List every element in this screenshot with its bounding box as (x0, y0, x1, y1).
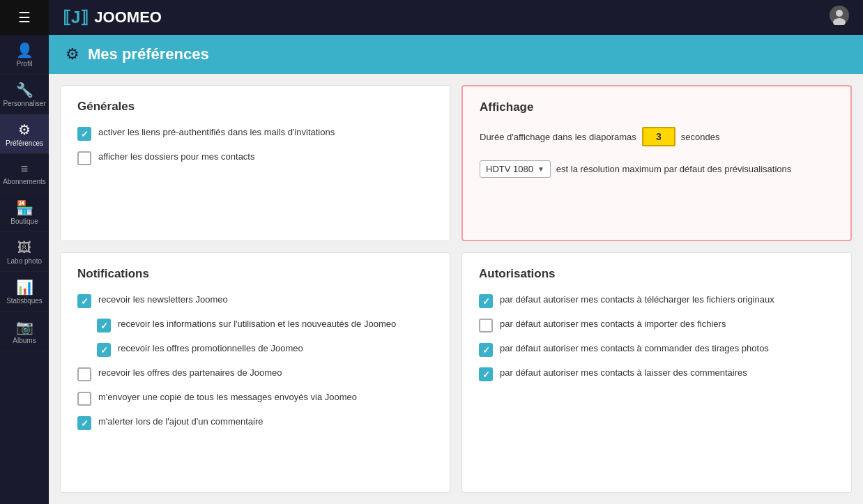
sidebar-label-personnaliser: Personnaliser (3, 100, 45, 108)
logo: ⟦J⟧ JOOMEO (63, 8, 162, 27)
sidebar-label-labo: Labo photo (7, 257, 42, 266)
topbar: ⟦J⟧ JOOMEO (49, 0, 863, 35)
logo-text: JOOMEO (94, 8, 162, 26)
sidebar-item-personnaliser[interactable]: 🔧 Personnaliser (0, 75, 49, 114)
label-cb1: activer les liens pré-authentifiés dans … (98, 126, 335, 139)
checkbox-row-n6: m'alerter lors de l'ajout d'un commentai… (77, 415, 433, 430)
wrench-icon: 🔧 (16, 83, 33, 97)
checkbox-n2[interactable] (97, 319, 111, 333)
hamburger-menu[interactable]: ☰ (0, 0, 49, 35)
sidebar-label-boutique: Boutique (10, 217, 38, 226)
abonnements-icon: ≡ (21, 162, 29, 175)
sidebar-label-albums: Albums (13, 337, 36, 345)
checkbox-a4[interactable] (479, 367, 493, 381)
sidebar-item-profil[interactable]: 👤 Profil (0, 35, 49, 75)
label-cb2: afficher les dossiers pour mes contacts (98, 151, 254, 163)
checkbox-row-n1: recevoir les newsletters Joomeo (77, 293, 433, 308)
autorisations-title: Autorisations (479, 267, 834, 281)
checkbox-n3[interactable] (97, 343, 111, 357)
checkbox-a2[interactable] (479, 319, 493, 333)
checkbox-row-a2: par défaut autoriser mes contacts à impo… (479, 318, 834, 333)
sidebar-item-labo[interactable]: 🖼 Labo photo (0, 232, 49, 272)
notifications-card: Notifications recevoir les newsletters J… (60, 252, 450, 493)
resolution-row: HDTV 1080 ▼ est la résolution maximum pa… (480, 160, 834, 178)
page-header-icon: ⚙ (66, 45, 79, 63)
notifications-title: Notifications (77, 267, 433, 281)
label-n6: m'alerter lors de l'ajout d'un commentai… (98, 415, 264, 428)
checkbox-row-n2: recevoir les informations sur l'utilisat… (97, 318, 433, 333)
main-area: ⟦J⟧ JOOMEO ⚙ Mes préférences Générales a… (49, 0, 863, 504)
albums-icon: 📷 (16, 320, 33, 334)
sidebar-item-albums[interactable]: 📷 Albums (0, 312, 49, 351)
generales-card: Générales activer les liens pré-authenti… (60, 85, 450, 241)
generales-title: Générales (77, 100, 433, 114)
checkbox-row-n3: recevoir les offres promotionnelles de J… (97, 342, 433, 357)
label-a4: par défaut autoriser mes contacts à lais… (500, 367, 747, 379)
content-grid: Générales activer les liens pré-authenti… (49, 74, 863, 504)
sidebar-item-boutique[interactable]: 🏪 Boutique (0, 192, 49, 232)
sidebar-label-abonnements: Abonnements (3, 178, 46, 186)
checkbox-n4[interactable] (77, 367, 91, 381)
logo-icon: ⟦J⟧ (63, 8, 89, 27)
checkbox-row-n4: recevoir les offres des partenaires de J… (77, 367, 433, 381)
duration-input[interactable] (642, 127, 675, 146)
duration-suffix: secondes (681, 132, 720, 142)
checkbox-n5[interactable] (77, 392, 91, 406)
checkbox-row-cb1: activer les liens pré-authentifiés dans … (77, 126, 433, 141)
resolution-value: HDTV 1080 (486, 164, 533, 174)
page-header: ⚙ Mes préférences (49, 35, 863, 74)
duration-row: Durée d'affichage dans les diaporamas se… (480, 127, 834, 146)
sidebar-label-profil: Profil (17, 60, 33, 68)
affichage-title: Affichage (480, 100, 834, 114)
label-n1: recevoir les newsletters Joomeo (98, 293, 228, 306)
label-n5: m'envoyer une copie de tous les messages… (98, 391, 357, 404)
dropdown-arrow-icon: ▼ (537, 165, 544, 173)
checkbox-cb1[interactable] (77, 127, 91, 141)
page-title: Mes préférences (88, 45, 209, 63)
sidebar-label-preferences: Préférences (6, 139, 43, 148)
label-n3: recevoir les offres promotionnelles de J… (118, 342, 303, 355)
autorisations-card: Autorisations par défaut autoriser mes c… (461, 252, 852, 493)
checkbox-row-a3: par défaut autoriser mes contacts à comm… (479, 342, 834, 357)
stats-icon: 📊 (16, 280, 33, 294)
checkbox-row-a1: par défaut autoriser mes contacts à télé… (479, 293, 834, 308)
label-a1: par défaut autoriser mes contacts à télé… (500, 293, 774, 306)
boutique-icon: 🏪 (16, 201, 33, 215)
checkbox-a3[interactable] (479, 343, 493, 357)
label-n2: recevoir les informations sur l'utilisat… (118, 318, 396, 330)
sidebar-item-statistiques[interactable]: 📊 Statistiques (0, 272, 49, 312)
checkbox-row-cb2: afficher les dossiers pour mes contacts (77, 151, 433, 165)
checkbox-n1[interactable] (77, 294, 91, 308)
sidebar: ☰ 👤 Profil 🔧 Personnaliser ⚙ Préférences… (0, 0, 49, 504)
labo-icon: 🖼 (17, 240, 31, 254)
resolution-dropdown[interactable]: HDTV 1080 ▼ (480, 160, 551, 178)
sidebar-label-statistiques: Statistiques (6, 297, 43, 305)
checkbox-a1[interactable] (479, 294, 493, 308)
profil-icon: 👤 (16, 43, 33, 57)
checkbox-n6[interactable] (77, 416, 91, 430)
svg-point-1 (836, 10, 843, 17)
hamburger-icon: ☰ (18, 9, 31, 26)
affichage-card: Affichage Durée d'affichage dans les dia… (461, 85, 852, 241)
label-a3: par défaut autoriser mes contacts à comm… (500, 342, 769, 355)
sidebar-item-abonnements[interactable]: ≡ Abonnements (0, 154, 49, 192)
checkbox-row-n5: m'envoyer une copie de tous les messages… (77, 391, 433, 406)
resolution-suffix: est la résolution maximum par défaut des… (556, 164, 791, 174)
user-avatar[interactable] (830, 6, 849, 29)
label-n4: recevoir les offres des partenaires de J… (98, 367, 282, 379)
sidebar-item-preferences[interactable]: ⚙ Préférences (0, 114, 49, 154)
label-a2: par défaut autoriser mes contacts à impo… (500, 318, 726, 330)
preferences-icon: ⚙ (18, 123, 31, 137)
duration-prefix: Durée d'affichage dans les diaporamas (480, 132, 636, 142)
checkbox-cb2[interactable] (77, 151, 91, 165)
checkbox-row-a4: par défaut autoriser mes contacts à lais… (479, 367, 834, 381)
